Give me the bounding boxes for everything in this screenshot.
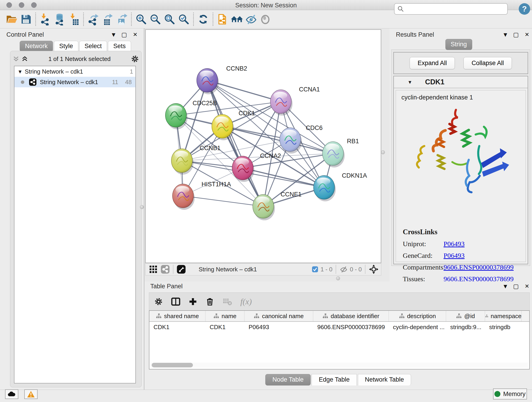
float-panel-icon[interactable]: ▢ [121, 31, 127, 38]
save-session-button[interactable] [19, 12, 33, 27]
expander-icon[interactable]: ▾ [19, 68, 22, 75]
crosslink-row: GeneCard:P06493 [403, 252, 521, 259]
refresh-button[interactable] [196, 12, 210, 27]
vertical-splitter-handle[interactable] [381, 150, 385, 154]
column-header-description[interactable]: description [389, 311, 446, 321]
expander-icon[interactable]: ▼ [409, 80, 411, 84]
table-cell[interactable]: cyclin-dependent ... [389, 322, 446, 332]
node-CCNA1[interactable]: CCNA1 [270, 86, 320, 115]
horizontal-scrollbar[interactable] [150, 363, 528, 368]
table-cell[interactable]: stringdb [485, 322, 522, 332]
network-row[interactable]: String Network – cdk1 11 48 [14, 77, 135, 87]
crosslink-link[interactable]: P06493 [443, 252, 465, 259]
gene-header[interactable]: ▼ CDK1 [394, 76, 528, 88]
float-panel-icon[interactable]: ▢ [513, 31, 519, 38]
zoom-fit-button[interactable] [162, 12, 177, 27]
help-button[interactable]: ? [518, 3, 531, 15]
close-panel-icon[interactable]: ✕ [525, 283, 529, 289]
zoom-in-button[interactable] [134, 12, 148, 27]
column-header-name[interactable]: name [206, 311, 244, 321]
crosslink-link[interactable]: 9606.ENSP00000378699 [443, 263, 514, 271]
open-session-button[interactable] [5, 12, 19, 27]
tab-network[interactable]: Network [20, 41, 53, 52]
zoom-out-button[interactable] [148, 12, 162, 27]
expand-all-icon[interactable] [21, 56, 28, 62]
hide-panels-button[interactable] [244, 12, 258, 27]
table-cell[interactable]: CDK1 [149, 322, 206, 332]
node-label-CDC6: CDC6 [306, 124, 323, 131]
delete-column-icon[interactable] [206, 297, 214, 306]
tab-node-table[interactable]: Node Table [265, 374, 311, 385]
expand-all-button[interactable]: Expand All [410, 57, 455, 69]
tab-edge-table[interactable]: Edge Table [312, 374, 357, 385]
column-header--id[interactable]: @id [446, 311, 485, 321]
collapse-all-icon[interactable] [13, 56, 19, 62]
cloud-status-button[interactable] [5, 389, 18, 399]
search-field[interactable] [394, 3, 508, 15]
column-header-database-identifier[interactable]: database identifier [313, 311, 389, 321]
table-cell[interactable]: P06493 [244, 322, 313, 332]
selected-checkbox-icon[interactable] [312, 266, 318, 273]
collapse-panel-icon[interactable]: ▼ [504, 283, 507, 289]
warning-status-button[interactable] [24, 389, 38, 399]
tab-select[interactable]: Select [79, 41, 107, 52]
table-panel-title: Table Panel [150, 283, 183, 290]
column-header-label: database identifier [331, 313, 379, 320]
grid-mode-icon[interactable] [149, 265, 158, 274]
columns-icon[interactable] [171, 297, 180, 306]
node-CCNA2[interactable]: CCNA2 [232, 153, 281, 182]
node-CDKN1A[interactable]: CDKN1A [314, 172, 367, 201]
add-column-icon[interactable] [189, 297, 197, 306]
show-panels-button[interactable] [258, 12, 272, 27]
float-panel-icon[interactable]: ▢ [513, 283, 519, 290]
edge-HIST1H1A-CCNE1[interactable] [183, 196, 263, 206]
search-input[interactable] [404, 6, 500, 13]
close-panel-icon[interactable]: ✕ [133, 32, 138, 38]
import-table-button[interactable] [67, 12, 81, 27]
import-network-button[interactable] [38, 12, 52, 27]
network-collection-row[interactable]: ▾ String Network – cdk1 1 [14, 66, 135, 77]
scrollbar-thumb[interactable] [152, 363, 193, 367]
birds-eye-view-icon[interactable] [177, 265, 186, 274]
refresh-icon [197, 13, 209, 26]
export-table-button[interactable] [100, 12, 114, 27]
crosslink-link[interactable]: P06493 [443, 240, 465, 248]
column-header-namespace[interactable]: namespace [485, 311, 522, 321]
node-CDC25B[interactable]: CDC25B [165, 100, 217, 129]
column-header-shared-name[interactable]: shared name [149, 311, 206, 321]
node-HIST1H1A[interactable]: HIST1H1A [172, 181, 231, 210]
table-row[interactable]: CDK1CDK1P064939606.ENSP00000378699cyclin… [149, 322, 529, 332]
fit-content-icon[interactable] [369, 264, 379, 274]
table-cell[interactable]: 9606.ENSP00000378699 [313, 322, 389, 332]
left-splitter-handle[interactable] [140, 205, 144, 209]
column-header-canonical-name[interactable]: canonical name [244, 311, 313, 321]
zoom-selected-button[interactable] [177, 12, 191, 27]
close-panel-icon[interactable]: ✕ [525, 32, 529, 38]
svg-text:?: ? [522, 4, 527, 13]
gear-icon[interactable] [131, 55, 139, 63]
import-network-from-database-button[interactable] [52, 12, 67, 27]
string-home-button[interactable] [230, 12, 244, 27]
table-cell[interactable]: CDK1 [206, 322, 244, 332]
memory-button[interactable]: Memory [493, 389, 527, 400]
tab-network-table[interactable]: Network Table [358, 374, 411, 385]
export-network-button[interactable] [86, 12, 100, 27]
collapse-panel-icon[interactable]: ▼ [112, 32, 115, 37]
network-canvas[interactable]: CCNB2CCNA1CDC25BCDK1CDC6RB1CCNB1CCNA2CDK… [145, 29, 381, 263]
tab-sets[interactable]: Sets [108, 41, 131, 52]
network-svg[interactable]: CCNB2CCNA1CDC25BCDK1CDC6RB1CCNB1CCNA2CDK… [146, 30, 381, 263]
tab-string[interactable]: String [445, 39, 472, 50]
gear-icon[interactable] [154, 297, 163, 306]
collapse-panel-icon[interactable]: ▼ [504, 32, 507, 37]
table-cell[interactable]: stringdb:9... [446, 322, 485, 332]
share-file-button[interactable] [215, 12, 230, 27]
network-mode-icon[interactable] [161, 265, 170, 274]
table-panel: Table Panel ▼ ▢ ✕ f(x) shared namenameca… [144, 281, 532, 390]
tab-style[interactable]: Style [54, 41, 78, 52]
node-RB1[interactable]: RB1 [322, 138, 359, 167]
search-icon [397, 6, 404, 12]
export-image-button[interactable] [114, 12, 129, 27]
horizontal-splitter-handle[interactable] [336, 276, 340, 280]
edge-CCNA2-CDKN1A[interactable] [243, 168, 324, 187]
collapse-all-button[interactable]: Collapse All [463, 57, 512, 69]
